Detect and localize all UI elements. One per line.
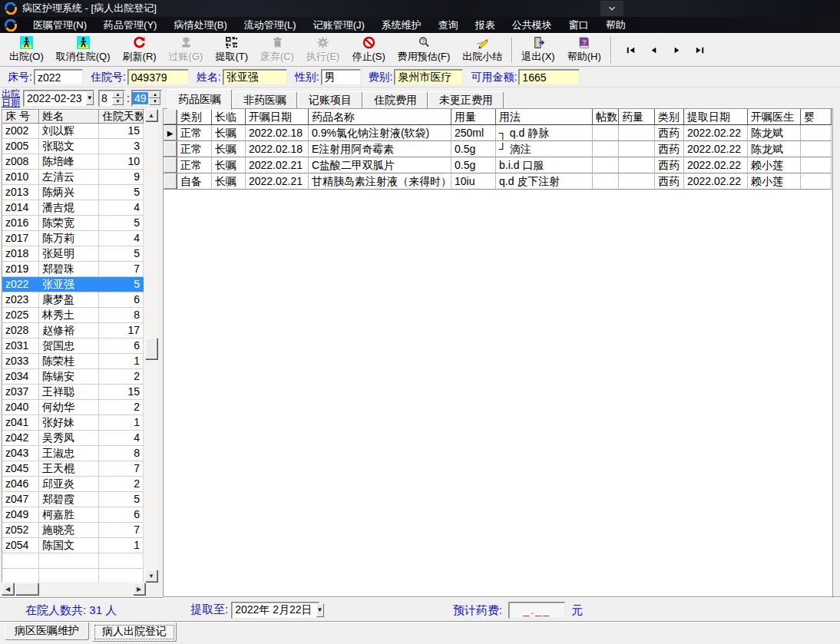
column-header[interactable]: 用法 bbox=[496, 109, 593, 125]
patient-row-z016[interactable]: z016陈荣宽5 bbox=[2, 216, 144, 231]
patient-row-z042[interactable]: z042吴秀凤4 bbox=[2, 431, 144, 446]
tab-0[interactable]: 药品医嘱 bbox=[167, 89, 232, 110]
patient-row-z052[interactable]: z052施晓亮7 bbox=[2, 523, 144, 538]
column-header[interactable]: 婴 bbox=[801, 109, 832, 125]
menu-item-9[interactable]: 窗口 bbox=[561, 17, 597, 33]
column-header[interactable]: 开嘱日期 bbox=[246, 109, 309, 125]
column-header[interactable]: 长临 bbox=[212, 109, 246, 125]
scroll-right-icon[interactable]: ▶ bbox=[133, 583, 145, 595]
patient-row-z018[interactable]: z018张延明5 bbox=[2, 246, 144, 262]
patient-row-z040[interactable]: z040何幼华2 bbox=[2, 400, 144, 415]
nav-first-button[interactable] bbox=[623, 44, 639, 56]
field-value-4[interactable]: 泉州市医疗 bbox=[394, 69, 463, 85]
patient-row-z023[interactable]: z023康梦盈6 bbox=[2, 292, 144, 308]
patient-row-z019[interactable]: z019郑碧珠7 bbox=[2, 262, 144, 277]
menu-item-1[interactable]: 药品管理(Y) bbox=[95, 17, 165, 33]
patient-row-z041[interactable]: z041张好妹1 bbox=[2, 415, 144, 431]
extract-date-combobox[interactable]: 2022年 2月22日 ▼ bbox=[231, 602, 319, 619]
menu-item-4[interactable]: 记账管理(J) bbox=[305, 17, 373, 33]
menu-item-8[interactable]: 公共模块 bbox=[504, 17, 561, 33]
column-header[interactable]: 住院天数 bbox=[99, 110, 144, 124]
discharge-hour-spinner[interactable]: 8 ▲▼ bbox=[98, 90, 125, 107]
discharge-minute-spinner[interactable]: 49 ▲▼ bbox=[131, 90, 163, 107]
menu-item-0[interactable]: 医嘱管理(N) bbox=[25, 17, 95, 33]
patient-row-z017[interactable]: z017陈万莉4 bbox=[2, 231, 144, 246]
patient-row-z031[interactable]: z031贺国忠6 bbox=[2, 339, 144, 354]
patient-row-z008[interactable]: z008陈培峰10 bbox=[2, 154, 144, 170]
patient-row-z005[interactable]: z005张聪文3 bbox=[2, 139, 144, 154]
dropdown-arrow-icon[interactable]: ▼ bbox=[86, 91, 94, 105]
vertical-scroll-thumb[interactable] bbox=[145, 338, 157, 359]
nav-next-button[interactable] bbox=[670, 44, 685, 56]
bottom-tab-0[interactable]: 病区医嘱维护 bbox=[5, 623, 89, 640]
patient-row-z010[interactable]: z010左清云9 bbox=[2, 170, 144, 185]
toolbar-button-10[interactable]: 退出(X) bbox=[515, 35, 561, 65]
tab-1[interactable]: 非药医嘱 bbox=[233, 91, 297, 109]
current-row-marker[interactable]: ▶ bbox=[164, 125, 177, 141]
toolbar-button-11[interactable]: ?帮助(H) bbox=[561, 35, 607, 65]
toolbar-button-1[interactable]: 取消住院(Q) bbox=[50, 35, 117, 65]
toolbar-button-0[interactable]: 出院(O) bbox=[3, 35, 50, 65]
column-header[interactable]: 帖数 bbox=[593, 109, 619, 125]
column-header[interactable]: 姓名 bbox=[39, 110, 99, 124]
patient-row-z025[interactable]: z025林秀土8 bbox=[2, 308, 144, 323]
scroll-up-icon[interactable]: ▲ bbox=[145, 109, 157, 121]
menu-item-6[interactable]: 查询 bbox=[430, 17, 467, 33]
menu-item-5[interactable]: 系统维护 bbox=[373, 17, 430, 33]
row-selector[interactable] bbox=[164, 157, 177, 173]
dropdown-arrow-icon[interactable]: ▼ bbox=[316, 603, 324, 617]
spinner-arrows-icon[interactable]: ▲▼ bbox=[149, 91, 160, 105]
patient-row-z047[interactable]: z047郑碧霞5 bbox=[2, 492, 144, 507]
horizontal-scroll-thumb[interactable] bbox=[15, 583, 38, 595]
estimated-fee-field[interactable]: _.__ bbox=[508, 602, 565, 619]
patient-row-z002[interactable]: z002刘以辉15 bbox=[2, 124, 144, 139]
column-header[interactable]: 提取日期 bbox=[684, 109, 748, 125]
toolbar-button-4[interactable]: 提取(T) bbox=[209, 35, 254, 65]
column-header[interactable]: 药量 bbox=[619, 109, 655, 125]
patient-row-z014[interactable]: z014潘吉焜4 bbox=[2, 200, 144, 216]
patient-row-z054[interactable]: z054陈国文1 bbox=[2, 538, 144, 553]
chevron-down-icon[interactable] bbox=[600, 1, 623, 16]
patient-row-z049[interactable]: z049柯嘉胜6 bbox=[2, 507, 144, 523]
field-value-3[interactable]: 男 bbox=[321, 69, 361, 85]
bottom-tab-1[interactable]: 病人出院登记 bbox=[92, 623, 177, 642]
menu-item-2[interactable]: 病情处理(B) bbox=[165, 17, 235, 33]
tab-2[interactable]: 记账项目 bbox=[298, 91, 362, 109]
tab-3[interactable]: 住院费用 bbox=[363, 91, 428, 109]
column-header[interactable]: 类别 bbox=[655, 109, 684, 125]
column-header[interactable]: 药品名称 bbox=[309, 109, 451, 125]
patient-row-z045[interactable]: z045王天棍7 bbox=[2, 461, 144, 477]
patient-list-horizontal-scrollbar[interactable]: ◀ ▶ bbox=[2, 583, 145, 595]
field-value-0[interactable]: z022 bbox=[34, 69, 83, 85]
patient-row-z033[interactable]: z033陈荣桂1 bbox=[2, 354, 144, 369]
menu-item-7[interactable]: 报表 bbox=[467, 17, 504, 33]
menu-item-10[interactable]: 帮助 bbox=[597, 17, 634, 33]
toolbar-button-8[interactable]: ?费用预估(F) bbox=[392, 35, 457, 65]
patient-row-z022[interactable]: z022张亚强5 bbox=[2, 277, 144, 292]
row-selector[interactable] bbox=[164, 141, 177, 157]
toolbar-button-9[interactable]: 出院小结 bbox=[456, 35, 508, 65]
scroll-down-icon[interactable]: ▼ bbox=[145, 570, 157, 582]
field-value-2[interactable]: 张亚强 bbox=[223, 69, 287, 85]
spinner-arrows-icon[interactable]: ▲▼ bbox=[112, 91, 124, 105]
field-value-1[interactable]: 049379 bbox=[127, 69, 189, 85]
toolbar-button-2[interactable]: 刷新(R) bbox=[117, 35, 163, 65]
column-header[interactable]: 床 号 bbox=[2, 110, 39, 124]
nav-prev-button[interactable] bbox=[647, 44, 662, 56]
toolbar-button-7[interactable]: 停止(S) bbox=[346, 35, 391, 65]
patient-list-vertical-scrollbar[interactable]: ▲ ▼ bbox=[145, 109, 157, 582]
nav-last-button[interactable] bbox=[693, 44, 708, 56]
menu-item-3[interactable]: 流动管理(L) bbox=[236, 17, 305, 33]
patient-row-z013[interactable]: z013陈炳兴5 bbox=[2, 185, 144, 200]
column-header[interactable]: 用量 bbox=[451, 109, 496, 125]
discharge-date-combobox[interactable]: 2022-02-23 ▼ bbox=[23, 90, 94, 107]
field-value-5[interactable]: 1665 bbox=[518, 69, 580, 85]
column-header[interactable]: 类别 bbox=[177, 109, 212, 125]
tab-4[interactable]: 未更正费用 bbox=[428, 91, 504, 109]
column-header[interactable]: 开嘱医生 bbox=[748, 109, 801, 125]
scroll-left-icon[interactable]: ◀ bbox=[2, 583, 14, 595]
patient-row-z043[interactable]: z043王淑忠8 bbox=[2, 446, 144, 461]
patient-row-z034[interactable]: z034陈锡安2 bbox=[2, 369, 144, 385]
patient-row-z028[interactable]: z028赵修裕17 bbox=[2, 323, 144, 339]
patient-row-z046[interactable]: z046邱亚炎2 bbox=[2, 477, 144, 492]
